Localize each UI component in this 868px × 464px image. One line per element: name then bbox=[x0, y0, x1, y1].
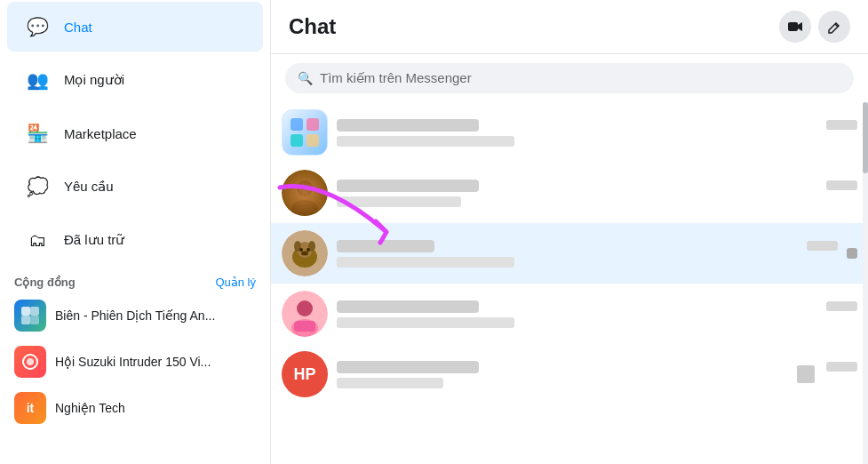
chat-item[interactable] bbox=[271, 223, 868, 284]
header-icons bbox=[779, 11, 850, 43]
chat-item[interactable] bbox=[271, 284, 868, 344]
nghientech-label: Nghiện Tech bbox=[55, 401, 125, 415]
chat-info bbox=[337, 361, 857, 388]
svg-rect-6 bbox=[788, 22, 798, 31]
chat-name-blur bbox=[337, 119, 479, 132]
nghientech-icon: it bbox=[14, 392, 46, 424]
compose-icon bbox=[827, 20, 841, 34]
sidebar-chat-label: Chat bbox=[64, 20, 92, 35]
sidebar-item-suzuki[interactable]: Hội Suzuki Intruder 150 Vi... bbox=[0, 339, 270, 385]
people-icon: 👥 bbox=[21, 64, 53, 96]
chat-list: HP bbox=[271, 102, 868, 464]
chat-info bbox=[337, 240, 838, 268]
chat-time bbox=[826, 180, 857, 190]
avatar bbox=[282, 291, 328, 337]
chat-info bbox=[337, 119, 857, 147]
unread-badge bbox=[847, 248, 857, 259]
message-attachment-preview bbox=[797, 365, 815, 383]
search-input-wrap[interactable]: 🔍 Tìm kiếm trên Messenger bbox=[285, 63, 854, 93]
avatar bbox=[282, 109, 328, 156]
svg-rect-9 bbox=[291, 134, 303, 147]
chat-time bbox=[826, 120, 857, 130]
sidebar-item-chat[interactable]: 💬 Chat bbox=[7, 2, 263, 52]
chat-info bbox=[337, 180, 857, 207]
scrollbar-thumb[interactable] bbox=[863, 102, 868, 173]
svg-rect-7 bbox=[291, 118, 303, 131]
sidebar-item-people[interactable]: 👥 Mọi người bbox=[7, 55, 263, 105]
requests-icon: 💭 bbox=[21, 171, 53, 203]
manage-button[interactable]: Quản lý bbox=[215, 276, 256, 289]
svg-point-14 bbox=[282, 170, 328, 216]
search-placeholder-text: Tìm kiếm trên Messenger bbox=[320, 70, 472, 86]
suzuki-icon bbox=[14, 346, 46, 378]
svg-rect-26 bbox=[294, 321, 315, 332]
bienphien-icon bbox=[14, 300, 46, 332]
marketplace-icon: 🏪 bbox=[21, 117, 53, 149]
svg-rect-1 bbox=[30, 307, 39, 316]
chat-item[interactable] bbox=[271, 102, 868, 163]
chat-time bbox=[807, 241, 838, 251]
svg-rect-10 bbox=[307, 134, 319, 147]
svg-point-5 bbox=[27, 358, 34, 365]
svg-point-24 bbox=[297, 300, 313, 316]
sidebar-item-requests[interactable]: 💭 Yêu cầu bbox=[7, 162, 263, 212]
chat-name-blur bbox=[337, 361, 479, 373]
sidebar-marketplace-label: Marketplace bbox=[64, 126, 137, 141]
chat-name-blur bbox=[337, 240, 434, 252]
chat-message bbox=[337, 378, 443, 388]
search-icon: 🔍 bbox=[298, 71, 313, 85]
chat-title: Chat bbox=[289, 14, 336, 39]
sidebar: 💬 Chat 👥 Mọi người 🏪 Marketplace 💭 Yêu c… bbox=[0, 0, 271, 464]
video-icon bbox=[787, 20, 803, 33]
chat-message bbox=[337, 196, 461, 207]
sidebar-archived-label: Đã lưu trữ bbox=[64, 232, 124, 248]
chat-time bbox=[826, 301, 857, 311]
video-call-button[interactable] bbox=[779, 11, 811, 43]
community-section-header: Cộng đồng Quản lý bbox=[0, 267, 270, 292]
svg-rect-2 bbox=[21, 316, 30, 324]
chat-message bbox=[337, 136, 514, 147]
bienphien-label: Biên - Phiên Dịch Tiếng An... bbox=[55, 308, 215, 323]
search-bar: 🔍 Tìm kiếm trên Messenger bbox=[271, 54, 868, 102]
archived-icon: 🗂 bbox=[21, 224, 53, 256]
chat-time bbox=[826, 362, 857, 372]
avatar bbox=[282, 230, 328, 276]
sidebar-item-marketplace[interactable]: 🏪 Marketplace bbox=[7, 108, 263, 158]
compose-button[interactable] bbox=[818, 11, 850, 43]
chat-icon: 💬 bbox=[21, 11, 53, 43]
chat-item[interactable]: HP bbox=[271, 344, 868, 404]
sidebar-people-label: Mọi người bbox=[64, 72, 124, 88]
avatar bbox=[282, 170, 328, 216]
chat-info bbox=[337, 300, 857, 328]
suzuki-label: Hội Suzuki Intruder 150 Vi... bbox=[55, 355, 211, 369]
chat-header: Chat bbox=[271, 0, 868, 54]
sidebar-item-bienphien[interactable]: Biên - Phiên Dịch Tiếng An... bbox=[0, 292, 270, 339]
svg-point-20 bbox=[299, 248, 303, 252]
chat-item[interactable] bbox=[271, 163, 868, 223]
chat-name-blur bbox=[337, 300, 479, 313]
svg-point-22 bbox=[301, 252, 308, 256]
sidebar-item-nghientech[interactable]: it Nghiện Tech bbox=[0, 385, 270, 431]
svg-point-21 bbox=[307, 248, 310, 252]
sidebar-requests-label: Yêu cầu bbox=[64, 179, 114, 195]
avatar: HP bbox=[282, 351, 328, 397]
chat-message bbox=[337, 317, 514, 328]
chat-name-blur bbox=[337, 180, 479, 192]
main-chat-panel: Chat 🔍 Tìm kiếm trên Messenger bbox=[271, 0, 868, 464]
sidebar-item-archived[interactable]: 🗂 Đã lưu trữ bbox=[7, 215, 263, 265]
svg-rect-8 bbox=[307, 118, 319, 131]
svg-rect-0 bbox=[21, 307, 30, 316]
svg-rect-3 bbox=[30, 316, 39, 324]
chat-message bbox=[337, 257, 514, 268]
community-title: Cộng đồng bbox=[14, 276, 76, 289]
scrollbar-track bbox=[863, 102, 868, 464]
